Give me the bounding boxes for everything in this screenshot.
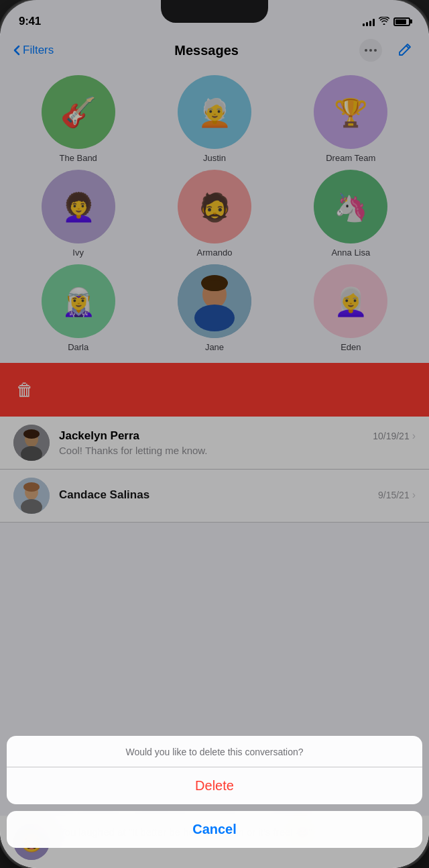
delete-button[interactable]: Delete	[7, 767, 422, 804]
action-sheet-title: Would you like to delete this conversati…	[7, 736, 422, 767]
phone-screen: 9:41	[0, 0, 429, 868]
phone-frame: 9:41	[0, 0, 429, 868]
action-sheet-delete-group: Would you like to delete this conversati…	[7, 736, 422, 804]
cancel-button[interactable]: Cancel	[7, 811, 422, 848]
action-sheet-container: Would you like to delete this conversati…	[0, 736, 429, 868]
action-sheet-cancel-group: Cancel	[7, 811, 422, 848]
